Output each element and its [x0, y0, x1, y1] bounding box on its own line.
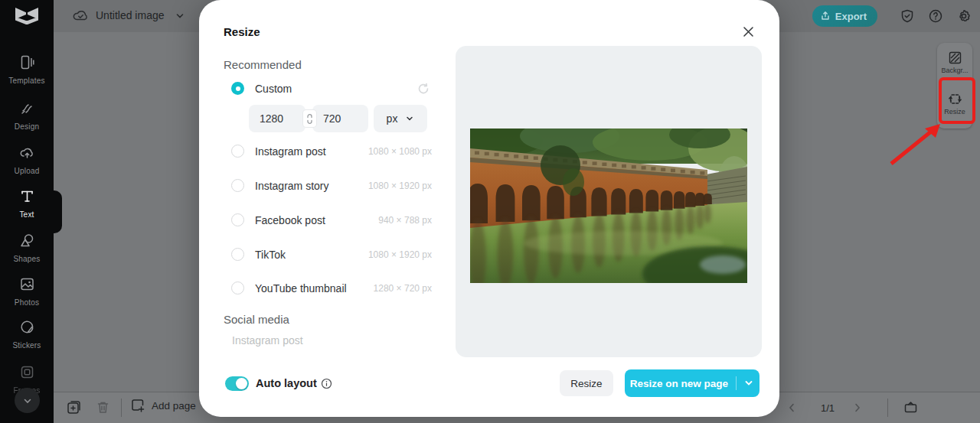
preset-size: 1080 × 1920 px: [368, 181, 432, 191]
resize-on-new-page-button[interactable]: Resize on new page: [625, 369, 760, 397]
duplicate-page-icon[interactable]: [66, 399, 82, 415]
sidebar-item-label: Design: [15, 122, 39, 131]
preset-option-custom[interactable]: Custom: [231, 82, 292, 95]
divider: [121, 399, 122, 417]
annotation-arrow: [879, 121, 949, 171]
sidebar-item-templates[interactable]: Templates: [0, 54, 54, 86]
toolbar-item-label: Backgr...: [937, 67, 972, 74]
preset-option-youtube-thumbnail[interactable]: YouTube thumbnail 1280 × 720 px: [231, 281, 432, 294]
radio-icon: [231, 145, 244, 158]
auto-layout-label: Auto layout: [256, 377, 317, 389]
sidebar-item-photos[interactable]: Photos: [0, 276, 54, 308]
document-title[interactable]: Untitled image: [96, 9, 165, 21]
sidebar-item-upload[interactable]: Upload: [0, 145, 54, 177]
settings-gear-icon[interactable]: [956, 8, 972, 24]
preview-panel: [456, 46, 762, 357]
preset-label: Instagram story: [255, 180, 328, 192]
help-icon[interactable]: [928, 8, 943, 24]
sidebar-item-label: Templates: [8, 76, 44, 85]
preset-label: Custom: [255, 83, 292, 95]
photos-icon: [19, 276, 35, 292]
info-icon: [321, 378, 332, 389]
preset-option-tiktok[interactable]: TikTok 1080 × 1920 px: [231, 248, 432, 261]
preset-size: 1280 × 720 px: [374, 283, 432, 294]
sidebar-item-label: Shapes: [13, 255, 40, 263]
upload-cloud-icon: [19, 145, 35, 161]
text-icon: [19, 188, 35, 204]
add-page-label: Add page: [152, 400, 196, 412]
preview-image: [470, 129, 747, 283]
add-page-button[interactable]: Add page: [130, 398, 196, 413]
sidebar-item-stickers[interactable]: Stickers: [0, 319, 54, 351]
annotation-highlight-box: [939, 77, 975, 124]
reset-icon[interactable]: [416, 82, 430, 96]
sidebar-item-shapes[interactable]: Shapes: [0, 233, 54, 265]
sidebar-item-label: Text: [19, 210, 34, 219]
frames-icon: [19, 364, 35, 380]
export-button[interactable]: Export: [812, 5, 877, 27]
next-page-icon[interactable]: [851, 402, 864, 414]
preset-label: Facebook post: [255, 214, 325, 226]
sidebar-item-label: Photos: [15, 298, 39, 307]
divider: [887, 399, 888, 417]
capcut-logo-icon[interactable]: [13, 6, 41, 26]
height-input[interactable]: [312, 105, 368, 132]
add-page-icon: [130, 398, 145, 413]
preset-size: 1080 × 1920 px: [368, 249, 432, 260]
resize-button[interactable]: Resize: [560, 370, 613, 396]
section-social-media: Social media: [224, 313, 289, 326]
cloud-saved-icon: [72, 7, 90, 24]
preset-option-instagram-post[interactable]: Instagram post 1080 × 1080 px: [231, 145, 432, 158]
sidebar-item-design[interactable]: Design: [0, 100, 54, 132]
preset-label: TikTok: [255, 249, 286, 261]
preview-photo-svg: [470, 129, 747, 283]
prev-page-icon[interactable]: [786, 402, 798, 414]
resize-on-new-page-label: Resize on new page: [630, 378, 736, 389]
shapes-icon: [19, 233, 35, 249]
social-item-instagram-post[interactable]: Instagram post: [232, 334, 303, 347]
export-icon: [820, 11, 831, 21]
left-sidebar: Templates Design Upload: [0, 0, 54, 423]
app-window: Templates Design Upload: [0, 0, 980, 423]
modal-title: Resize: [224, 25, 260, 38]
unit-dropdown[interactable]: px: [374, 105, 427, 132]
page-indicator: 1/1: [821, 402, 835, 414]
radio-selected-icon: [231, 82, 244, 95]
close-icon[interactable]: [740, 24, 756, 40]
templates-icon: [19, 54, 35, 70]
preset-size: 940 × 788 px: [378, 215, 432, 226]
preset-label: Instagram post: [255, 145, 326, 158]
sidebar-item-label: Stickers: [12, 341, 41, 350]
delete-page-icon[interactable]: [95, 399, 111, 415]
background-icon: [948, 50, 962, 65]
chevron-down-icon: [405, 114, 414, 123]
section-recommended: Recommended: [224, 58, 302, 71]
stickers-icon: [19, 319, 35, 335]
export-label: Export: [835, 11, 867, 22]
chevron-down-icon[interactable]: [175, 11, 185, 21]
sidebar-item-text[interactable]: Text: [0, 188, 54, 220]
design-icon: [19, 100, 35, 116]
radio-icon: [231, 281, 244, 294]
present-icon[interactable]: [903, 399, 919, 415]
auto-layout-toggle[interactable]: [225, 376, 249, 391]
sidebar-collapse-button[interactable]: [15, 388, 40, 413]
preset-label: YouTube thumbnail: [255, 282, 347, 294]
panel-handle[interactable]: [54, 190, 62, 233]
sidebar-item-label: Upload: [15, 167, 40, 175]
unit-value: px: [387, 112, 398, 125]
preset-option-instagram-story[interactable]: Instagram story 1080 × 1920 px: [231, 179, 432, 192]
shield-check-icon[interactable]: [900, 8, 915, 24]
preset-size: 1080 × 1080 px: [368, 146, 432, 157]
preset-option-facebook-post[interactable]: Facebook post 940 × 788 px: [231, 213, 432, 226]
chevron-down-icon: [743, 378, 754, 389]
resize-modal: Resize Recommended Custom px: [199, 0, 779, 417]
toolbar-item-background[interactable]: Backgr...: [937, 50, 972, 74]
chevron-down-icon: [22, 395, 33, 406]
radio-icon: [231, 248, 244, 261]
aspect-link-icon[interactable]: [303, 110, 316, 127]
width-input[interactable]: [249, 105, 305, 132]
divider: [736, 376, 737, 390]
radio-icon: [231, 213, 244, 226]
radio-icon: [231, 179, 244, 192]
